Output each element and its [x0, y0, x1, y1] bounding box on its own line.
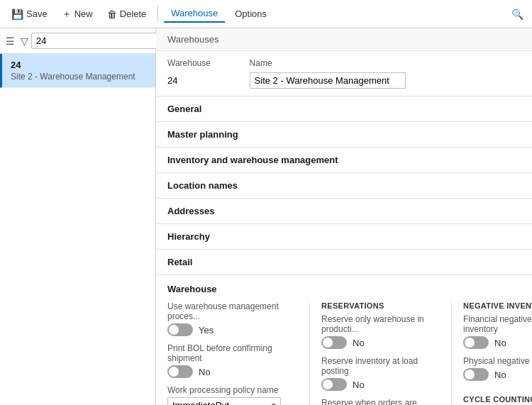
section-location-names[interactable]: Location names: [156, 173, 532, 199]
item-code: 24: [11, 60, 147, 70]
reservations-header: RESERVATIONS: [321, 301, 440, 310]
toggle-slider-6: [463, 336, 489, 349]
save-button[interactable]: 💾 Save: [6, 6, 53, 23]
left-column: Use warehouse management proces... Yes P…: [167, 301, 309, 405]
sidebar-filter-bar: ☰ ▽: [0, 28, 155, 54]
toggle-slider-1: [167, 323, 193, 336]
middle-column: RESERVATIONS Reserve only warehouse in p…: [309, 301, 451, 405]
field-use-warehouse-label: Use warehouse management proces...: [167, 301, 298, 321]
search-icon-button[interactable]: 🔍: [509, 6, 526, 23]
field-work-policy-label: Work processing policy name: [167, 385, 298, 395]
toolbar: 💾 Save ＋ New 🗑 Delete Warehouse Options …: [0, 0, 532, 28]
warehouse-id-cell: 24: [167, 71, 250, 90]
field-financial-neg: Financial negative inventory No: [463, 314, 532, 349]
field-print-bol: Print BOL before confirming shipment No: [167, 343, 298, 378]
field-use-warehouse: Use warehouse management proces... Yes: [167, 301, 298, 336]
toggle-slider-2: [167, 365, 193, 378]
filter-icon: ▽: [21, 35, 28, 47]
section-general[interactable]: General: [156, 96, 532, 122]
content-area: Warehouses Warehouse Name 24: [156, 28, 532, 405]
warehouse-header: Warehouse Name 24: [156, 51, 532, 96]
warehouse-name-input[interactable]: [250, 72, 406, 89]
tab-warehouse[interactable]: Warehouse: [164, 5, 225, 23]
toggle-use-warehouse[interactable]: [167, 323, 193, 336]
toggle-financial-neg[interactable]: [463, 336, 489, 349]
sidebar-item-24[interactable]: 24 Site 2 - Warehouse Management: [0, 54, 155, 88]
toggle-slider-4: [321, 378, 347, 391]
section-master-planning[interactable]: Master planning: [156, 122, 532, 148]
work-policy-select[interactable]: ImmediatePut ▾: [167, 397, 281, 405]
save-icon: 💾: [11, 9, 23, 20]
field-reserve-only-label: Reserve only warehouse in producti...: [321, 314, 440, 334]
field-print-bol-label: Print BOL before confirming shipment: [167, 343, 298, 363]
new-button[interactable]: ＋ New: [56, 5, 99, 23]
section-inventory[interactable]: Inventory and warehouse management: [156, 148, 532, 173]
search-input[interactable]: [31, 33, 160, 49]
toggle-slider-7: [463, 368, 489, 381]
field-work-policy: Work processing policy name ImmediatePut…: [167, 385, 298, 405]
field-reserve-only: Reserve only warehouse in producti... No: [321, 314, 440, 349]
toggle-row-2: No: [167, 365, 298, 378]
tab-options[interactable]: Options: [228, 6, 274, 22]
warehouse-content: Use warehouse management proces... Yes P…: [167, 301, 521, 405]
toggle-reserve-load[interactable]: [321, 378, 347, 391]
warehouse-section-title: Warehouse: [167, 284, 521, 294]
main-layout: ☰ ▽ 24 Site 2 - Warehouse Management War…: [0, 28, 532, 405]
warehouse-table: Warehouse Name 24: [167, 57, 521, 90]
new-icon: ＋: [62, 8, 72, 21]
toggle-value-2: No: [199, 367, 211, 377]
toggle-physical-neg[interactable]: [463, 368, 489, 381]
field-reserve-load: Reserve inventory at load posting No: [321, 356, 440, 391]
hamburger-icon: ☰: [6, 35, 15, 47]
toggle-value-1: Yes: [199, 325, 214, 335]
section-retail[interactable]: Retail: [156, 250, 532, 275]
delete-button[interactable]: 🗑 Delete: [101, 6, 153, 23]
item-name: Site 2 - Warehouse Management: [11, 72, 147, 82]
section-hierarchy[interactable]: Hierarchy: [156, 224, 532, 250]
toggle-row-1: Yes: [167, 323, 298, 336]
field-physical-neg: Physical negative inventory No: [463, 356, 532, 381]
toggle-slider-3: [321, 336, 347, 349]
field-reserve-released-label: Reserve when orders are released b...: [321, 398, 440, 405]
warehouse-name-cell: [250, 71, 521, 90]
toolbar-divider: [157, 6, 158, 23]
negative-inventory-header: NEGATIVE INVENTORY: [463, 301, 532, 310]
col-name-header: Name: [250, 57, 521, 71]
warehouse-section: Warehouse Use warehouse management proce…: [156, 275, 532, 405]
sidebar-list: 24 Site 2 - Warehouse Management: [0, 54, 155, 405]
toggle-reserve-only[interactable]: [321, 336, 347, 349]
right-column: NEGATIVE INVENTORY Financial negative in…: [451, 301, 532, 405]
chevron-down-icon: ▾: [272, 401, 276, 405]
field-reserve-load-label: Reserve inventory at load posting: [321, 356, 440, 376]
field-reserve-released: Reserve when orders are released b... No: [321, 398, 440, 405]
field-financial-neg-label: Financial negative inventory: [463, 314, 532, 334]
toggle-print-bol[interactable]: [167, 365, 193, 378]
field-physical-neg-label: Physical negative inventory: [463, 356, 532, 366]
cycle-counting-header: CYCLE COUNTING: [463, 395, 532, 404]
section-addresses[interactable]: Addresses: [156, 199, 532, 224]
sidebar: ☰ ▽ 24 Site 2 - Warehouse Management: [0, 28, 156, 405]
delete-icon: 🗑: [107, 9, 117, 20]
col-warehouse-header: Warehouse: [167, 57, 250, 71]
breadcrumb: Warehouses: [156, 28, 532, 51]
